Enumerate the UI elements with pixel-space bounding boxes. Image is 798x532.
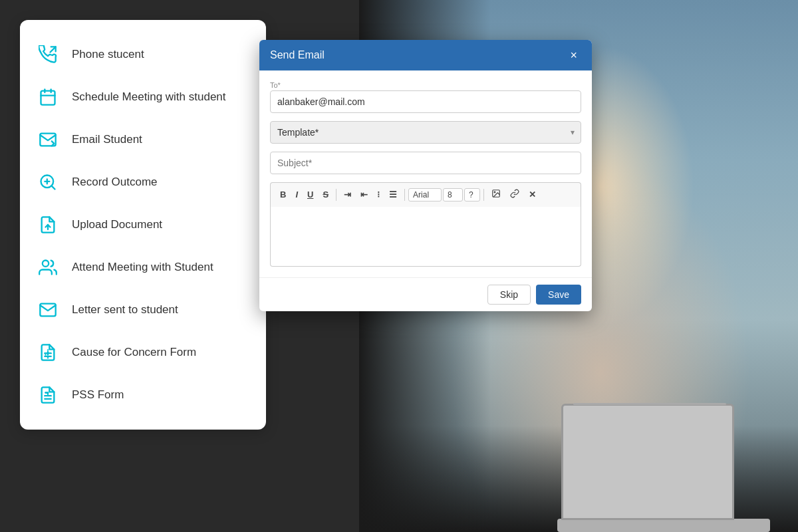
font-size-input[interactable] — [443, 188, 463, 201]
save-button[interactable]: Save — [536, 285, 581, 305]
font-extra-input[interactable] — [464, 188, 480, 201]
to-input[interactable] — [270, 90, 581, 113]
modal-body: To* Template* ▾ B I U S ⇥ — [259, 70, 592, 277]
skip-button[interactable]: Skip — [487, 285, 531, 305]
underline-button[interactable]: U — [303, 188, 317, 202]
svg-rect-1 — [41, 91, 55, 105]
svg-line-0 — [51, 47, 56, 52]
modal-header: Send Email × — [259, 40, 592, 70]
menu-label-email-student: Email Student — [72, 133, 142, 146]
menu-label-letter-sent: Letter sent to student — [72, 303, 178, 317]
menu-item-pss-form[interactable]: PSS Form — [20, 374, 266, 416]
template-select-wrapper: Template* ▾ — [270, 121, 581, 144]
menu-item-cause-concern[interactable]: Cause for Concern Form — [20, 331, 266, 374]
to-field-group: To* — [270, 81, 581, 113]
group-icon — [36, 255, 60, 279]
menu-label-pss-form: PSS Form — [72, 388, 124, 402]
menu-item-schedule-meeting[interactable]: Schedule Meeting with student — [20, 76, 266, 118]
subject-field-group — [270, 152, 581, 174]
pss-form-icon — [36, 383, 60, 407]
svg-point-22 — [494, 192, 495, 193]
menu-item-record-outcome[interactable]: Record Outcome — [20, 161, 266, 203]
phone-icon — [36, 43, 60, 66]
editor-toolbar: B I U S ⇥ ⇤ ⁝ ☰ — [270, 182, 581, 207]
link-button[interactable] — [506, 187, 523, 203]
modal-title: Send Email — [270, 49, 325, 61]
menu-item-attend-meeting[interactable]: Attend Meeting with Student — [20, 246, 266, 289]
menu-label-schedule-meeting: Schedule Meeting with student — [72, 90, 226, 104]
menu-label-cause-concern: Cause for Concern Form — [72, 346, 196, 359]
template-field-group: Template* ▾ — [270, 121, 581, 144]
svg-line-6 — [51, 186, 55, 189]
list-button[interactable]: ⁝ — [373, 188, 384, 202]
send-email-modal: Send Email × To* Template* ▾ B I — [259, 40, 592, 311]
modal-footer: Skip Save — [259, 277, 592, 311]
menu-label-attend-meeting: Attend Meeting with Student — [72, 261, 213, 274]
menu-item-email-student[interactable]: Email Student — [20, 118, 266, 161]
template-select[interactable]: Template* — [270, 121, 581, 144]
concern-form-icon — [36, 340, 60, 364]
indent-button[interactable]: ⇥ — [340, 188, 355, 202]
image-button[interactable] — [487, 187, 505, 203]
toolbar-separator-1 — [336, 189, 336, 201]
menu-label-upload-document: Upload Document — [72, 218, 162, 231]
modal-close-button[interactable]: × — [566, 48, 581, 63]
menu-label-record-outcome: Record Outcome — [72, 176, 158, 189]
rich-text-editor: B I U S ⇥ ⇤ ⁝ ☰ — [270, 182, 581, 267]
record-outcome-icon — [36, 170, 60, 194]
menu-label-phone-student: Phone stucent — [72, 48, 144, 61]
menu-item-phone-student[interactable]: Phone stucent — [20, 33, 266, 76]
strikethrough-button[interactable]: S — [319, 188, 332, 202]
toolbar-separator-3 — [483, 189, 484, 201]
svg-point-10 — [43, 261, 49, 267]
clear-format-button[interactable]: ✕ — [525, 188, 540, 202]
letter-icon — [36, 298, 60, 322]
outdent-button[interactable]: ⇤ — [356, 188, 372, 202]
toolbar-separator-2 — [404, 189, 405, 201]
ordered-list-button[interactable]: ☰ — [385, 188, 401, 202]
subject-input[interactable] — [270, 152, 581, 174]
to-label: To* — [270, 81, 581, 89]
menu-item-letter-sent[interactable]: Letter sent to student — [20, 289, 266, 331]
email-body-editor[interactable] — [270, 207, 581, 267]
italic-button[interactable]: I — [291, 188, 302, 202]
menu-item-upload-document[interactable]: Upload Document — [20, 203, 266, 246]
font-family-input[interactable] — [408, 188, 442, 201]
email-rotate-icon — [36, 128, 60, 152]
calendar-icon — [36, 85, 60, 109]
bold-button[interactable]: B — [276, 188, 290, 202]
upload-icon — [36, 213, 60, 237]
action-menu: Phone stucent Schedule Meeting with stud… — [20, 20, 266, 430]
